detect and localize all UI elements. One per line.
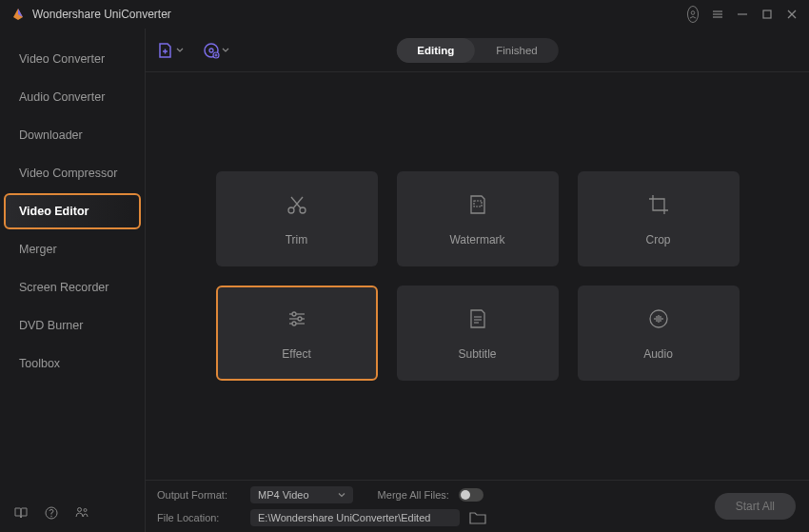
sidebar-item-video-compressor[interactable]: Video Compressor <box>4 155 141 191</box>
svg-point-27 <box>298 317 302 321</box>
start-all-label: Start All <box>736 500 775 513</box>
sidebar-item-merger[interactable]: Merger <box>4 231 141 267</box>
svg-rect-23 <box>474 201 482 207</box>
maximize-button[interactable] <box>761 9 773 20</box>
tiles-grid: Trim Watermark Crop <box>216 171 740 381</box>
tile-effect[interactable]: Effect <box>216 286 378 381</box>
file-location-input[interactable]: E:\Wondershare UniConverter\Edited <box>250 509 460 526</box>
tile-trim[interactable]: Trim <box>216 171 378 266</box>
sidebar-item-label: Toolbox <box>19 357 60 370</box>
sidebar-item-label: Merger <box>19 243 57 256</box>
titlebar-left: Wondershare UniConverter <box>11 8 171 21</box>
tile-audio[interactable]: Audio <box>578 286 740 381</box>
sidebar-item-label: Video Converter <box>19 52 105 66</box>
watermark-icon <box>464 191 491 222</box>
open-folder-button[interactable] <box>469 511 486 524</box>
output-format-value: MP4 Video <box>258 489 309 501</box>
output-format-dropdown[interactable]: MP4 Video <box>250 486 353 503</box>
tile-subtitle[interactable]: Subtitle <box>397 286 559 381</box>
audio-icon <box>645 305 672 336</box>
file-location-row: File Location: E:\Wondershare UniConvert… <box>157 509 798 526</box>
svg-point-0 <box>691 11 695 15</box>
tab-group: Editing Finished <box>396 38 558 63</box>
scissors-icon <box>284 191 310 222</box>
tile-label: Effect <box>282 347 310 361</box>
titlebar: Wondershare UniConverter <box>0 0 809 29</box>
svg-point-11 <box>84 509 87 512</box>
tab-editing[interactable]: Editing <box>396 38 475 63</box>
add-file-button[interactable] <box>157 42 184 59</box>
topbar-actions <box>157 42 229 59</box>
sidebar-item-label: Downloader <box>19 128 83 142</box>
close-button[interactable] <box>786 9 798 20</box>
svg-point-10 <box>78 508 82 512</box>
account-icon[interactable] <box>687 9 699 20</box>
sidebar-item-label: Screen Recorder <box>19 281 109 294</box>
sidebar-item-label: Audio Converter <box>19 90 105 104</box>
sidebar-item-label: Video Compressor <box>19 167 117 180</box>
file-location-label: File Location: <box>157 512 241 523</box>
add-disc-button[interactable] <box>203 42 229 59</box>
tile-label: Crop <box>645 233 670 246</box>
start-all-button[interactable]: Start All <box>715 493 796 520</box>
sidebar-bottom <box>0 494 145 532</box>
sidebar-item-audio-converter[interactable]: Audio Converter <box>4 79 141 115</box>
svg-rect-5 <box>763 10 771 18</box>
sidebar-item-label: DVD Burner <box>19 319 83 332</box>
merge-label: Merge All Files: <box>378 489 449 501</box>
sidebar-item-downloader[interactable]: Downloader <box>4 117 141 153</box>
subtitle-icon <box>464 305 491 336</box>
tiles-area: Trim Watermark Crop <box>146 72 809 480</box>
sidebar-item-dvd-burner[interactable]: DVD Burner <box>4 307 141 344</box>
sidebar-item-toolbox[interactable]: Toolbox <box>4 345 141 382</box>
app-logo-icon <box>11 8 25 21</box>
sidebar-item-video-converter[interactable]: Video Converter <box>4 41 141 77</box>
menu-icon[interactable] <box>712 9 723 20</box>
sidebar: Video Converter Audio Converter Download… <box>0 29 145 532</box>
merge-toggle[interactable] <box>459 488 483 502</box>
effect-icon <box>284 305 310 336</box>
tile-label: Subtitle <box>458 347 496 361</box>
tab-label: Finished <box>496 45 537 56</box>
sidebar-item-screen-recorder[interactable]: Screen Recorder <box>4 269 141 305</box>
sidebar-item-video-editor[interactable]: Video Editor <box>4 193 141 229</box>
tile-label: Trim <box>286 233 308 246</box>
output-format-row: Output Format: MP4 Video Merge All Files… <box>157 486 798 503</box>
chevron-down-icon <box>338 491 345 499</box>
svg-line-22 <box>291 197 301 208</box>
user-icon[interactable] <box>74 505 89 521</box>
output-format-label: Output Format: <box>157 489 241 501</box>
tile-crop[interactable]: Crop <box>578 171 740 266</box>
crop-icon <box>645 191 672 222</box>
bottombar: Output Format: MP4 Video Merge All Files… <box>146 480 809 532</box>
svg-line-21 <box>293 197 303 208</box>
toggle-knob <box>461 490 470 500</box>
svg-point-29 <box>292 322 296 325</box>
svg-point-15 <box>209 49 213 52</box>
titlebar-controls <box>687 9 798 20</box>
tab-label: Editing <box>417 45 454 56</box>
topbar: Editing Finished <box>146 29 809 72</box>
sidebar-item-label: Video Editor <box>19 205 89 218</box>
tutorial-icon[interactable] <box>13 505 29 521</box>
tile-label: Audio <box>643 347 673 361</box>
file-location-value: E:\Wondershare UniConverter\Edited <box>258 512 430 523</box>
svg-point-25 <box>292 312 296 316</box>
minimize-button[interactable] <box>737 9 748 20</box>
tile-watermark[interactable]: Watermark <box>397 171 559 266</box>
svg-point-9 <box>50 516 51 517</box>
tab-finished[interactable]: Finished <box>475 38 558 63</box>
app-title: Wondershare UniConverter <box>32 8 171 21</box>
main-panel: Editing Finished Trim Watermark <box>145 29 809 532</box>
help-icon[interactable] <box>44 505 59 521</box>
tile-label: Watermark <box>449 233 504 246</box>
